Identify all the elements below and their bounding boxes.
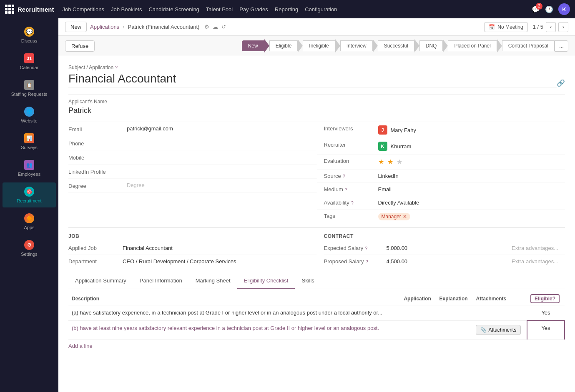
evaluation-field-row: Evaluation ★ ★ ★	[317, 155, 565, 170]
stage-eligible[interactable]: Eligible	[269, 40, 298, 51]
stage-ineligible[interactable]: Ineligible	[303, 40, 335, 51]
app-name: Recruitment	[18, 6, 54, 13]
expected-salary-help-icon[interactable]: ?	[365, 246, 367, 251]
sidebar-item-website[interactable]: 🌐 Website	[3, 102, 56, 127]
degree-input[interactable]	[127, 182, 317, 188]
nav-job-competitions[interactable]: Job Competitions	[63, 6, 104, 12]
sidebar-label-discuss: Discuss	[21, 38, 38, 43]
expected-salary-extra: Extra advantages...	[512, 245, 558, 251]
svg-marker-1	[298, 39, 303, 52]
proposed-salary-help-icon[interactable]: ?	[366, 259, 368, 264]
attachments-button[interactable]: 📎 Attachments	[476, 325, 521, 335]
evaluation-stars: ★ ★ ★	[378, 158, 559, 166]
sidebar-item-employees[interactable]: 👥 Employees	[3, 156, 56, 181]
row2-description[interactable]: (b) have at least nine years satisfactor…	[68, 320, 400, 339]
linkedin-input[interactable]	[127, 168, 317, 174]
email-label: Email	[68, 125, 127, 132]
department-value: CEO / Rural Development / Corporate Serv…	[123, 258, 317, 265]
nav-job-booklets[interactable]: Job Booklets	[111, 6, 142, 12]
tab-application-summary[interactable]: Application Summary	[68, 273, 133, 289]
record-header: New Applications › Patrick (Financial Ac…	[58, 18, 575, 36]
refresh-icon[interactable]: ↺	[221, 24, 226, 30]
row2-application	[400, 320, 436, 339]
sidebar-label-calendar: Calendar	[20, 65, 39, 70]
medium-field-row: Medium ? Email	[317, 183, 565, 196]
email-input[interactable]	[127, 125, 317, 132]
svg-marker-5	[443, 39, 448, 52]
sidebar-item-staffing[interactable]: 📋 Staffing Requests	[3, 76, 56, 101]
stage-successful[interactable]: Successful	[378, 40, 414, 51]
col-explanation: Explanation	[436, 292, 473, 305]
nav-pay-grades[interactable]: Pay Grades	[239, 6, 268, 12]
tag-remove-icon[interactable]: ✕	[403, 214, 407, 220]
star-2[interactable]: ★	[387, 158, 393, 166]
sidebar-item-recruitment[interactable]: 🎯 Recruitment	[3, 182, 56, 207]
applicant-name-label: Applicant's Name	[68, 99, 565, 105]
col-eligible: Eligible?	[527, 292, 565, 305]
availability-help-icon[interactable]: ?	[351, 200, 354, 205]
no-meeting-button[interactable]: 📅 No Meeting	[484, 22, 527, 32]
subject-application-label: Subject / Application ?	[68, 65, 565, 70]
phone-input[interactable]	[127, 140, 317, 146]
row1-eligible-value: Yes	[541, 310, 550, 316]
top-nav-right: 💬2 🕐 K	[532, 3, 570, 15]
source-help-icon[interactable]: ?	[343, 174, 345, 179]
attachment-icon: 📎	[480, 327, 487, 333]
stage-placed-on-panel[interactable]: Placed on Panel	[448, 40, 497, 51]
tab-marking-sheet[interactable]: Marking Sheet	[189, 273, 237, 289]
nav-talent-pool[interactable]: Talent Pool	[206, 6, 233, 12]
calendar-icon: 31	[24, 53, 34, 63]
nav-reporting[interactable]: Reporting	[275, 6, 298, 12]
grid-icon[interactable]	[5, 5, 14, 14]
sidebar-item-calendar[interactable]: 31 Calendar	[3, 49, 56, 74]
table-row: (b) have at least nine years satisfactor…	[68, 320, 565, 339]
job-contract-section: JOB Applied Job Financial Accountant Dep…	[68, 227, 565, 268]
nav-candidate-screening[interactable]: Candidate Screening	[148, 6, 199, 12]
external-link-icon[interactable]: 🔗	[557, 79, 565, 87]
prev-page-button[interactable]: ‹	[546, 22, 556, 32]
row1-explanation	[436, 305, 473, 321]
breadcrumb-parent[interactable]: Applications	[90, 24, 119, 30]
tab-panel-information[interactable]: Panel Information	[133, 273, 189, 289]
mobile-input[interactable]	[127, 154, 317, 160]
subject-help-icon[interactable]: ?	[115, 65, 118, 70]
tab-eligibility-checklist[interactable]: Eligibility Checklist	[237, 273, 295, 289]
stage-interview[interactable]: Interview	[340, 40, 373, 51]
phone-field-row: Phone	[68, 136, 317, 150]
new-button[interactable]: New	[65, 22, 87, 32]
stage-new[interactable]: New	[242, 40, 264, 51]
stage-dnq[interactable]: DNQ	[419, 40, 443, 51]
no-meeting-label: No Meeting	[497, 24, 523, 30]
settings-cog-icon[interactable]: ⚙	[204, 24, 209, 30]
medium-help-icon[interactable]: ?	[345, 187, 347, 192]
refuse-button[interactable]: Refuse	[65, 40, 95, 52]
sidebar-item-surveys[interactable]: 📊 Surveys	[3, 129, 56, 154]
more-stages-button[interactable]: ...	[555, 40, 568, 52]
main-layout: 💬 Discuss 31 Calendar 📋 Staffing Request…	[0, 18, 575, 392]
add-line-link[interactable]: Add a line	[68, 340, 93, 352]
sidebar-item-discuss[interactable]: 💬 Discuss	[3, 22, 56, 47]
sidebar-item-apps[interactable]: 🔶 Apps	[3, 209, 56, 234]
next-page-button[interactable]: ›	[558, 22, 568, 32]
stage-contract-proposal[interactable]: Contract Proposal	[502, 40, 555, 51]
eligible-col-header: Eligible?	[530, 294, 560, 303]
recruiter-label: Recruiter	[324, 142, 378, 148]
cloud-icon[interactable]: ☁	[213, 24, 218, 30]
messages-icon[interactable]: 💬2	[532, 5, 540, 13]
tab-skills[interactable]: Skills	[295, 273, 321, 289]
stage-arrow-1	[298, 39, 303, 52]
stage-arrow-0	[264, 39, 269, 52]
calendar-icon: 📅	[489, 24, 495, 30]
row2-attachments: 📎 Attachments	[472, 320, 527, 339]
sidebar-label-employees: Employees	[18, 172, 40, 177]
sidebar-item-settings[interactable]: ⚙ Settings	[3, 236, 56, 261]
tags-field-row: Tags Manager ✕	[317, 210, 565, 224]
medium-label: Medium ?	[324, 186, 378, 192]
star-1[interactable]: ★	[378, 158, 384, 166]
user-avatar[interactable]: K	[558, 3, 570, 15]
star-3[interactable]: ★	[397, 158, 402, 166]
mobile-field-row: Mobile	[68, 150, 317, 165]
sidebar-label-website: Website	[21, 118, 38, 123]
clock-icon[interactable]: 🕐	[545, 5, 553, 13]
nav-configuration[interactable]: Configuration	[305, 6, 337, 12]
